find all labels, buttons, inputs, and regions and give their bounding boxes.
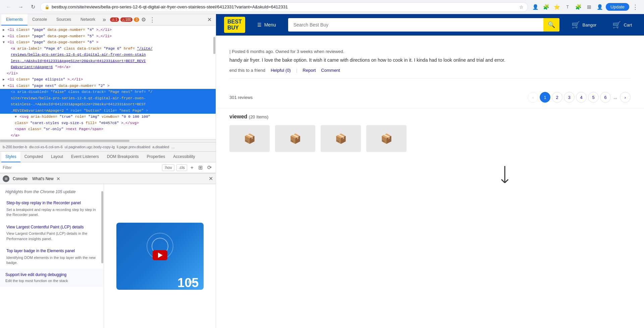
prev-page-button[interactable]: ‹ — [528, 92, 538, 103]
settings-button[interactable]: ⚙ — [139, 16, 148, 23]
product-card[interactable]: 📦 — [321, 125, 361, 155]
console-panel-close-button[interactable]: ✕ — [209, 175, 213, 182]
dom-line-selected[interactable]: stainless-…=A&skuId=6412331&pageSize=20&… — [0, 101, 216, 108]
page-2-button[interactable]: 2 — [552, 92, 562, 103]
refresh-icon[interactable]: ⟳ — [206, 164, 213, 171]
more-tabs-button[interactable]: » — [100, 16, 109, 23]
list-item[interactable]: Support live edit during debugging Edit … — [0, 269, 104, 287]
dom-line-selected[interactable]: <a aria-disabled= "false" class data-tra… — [0, 89, 216, 95]
tab-accessibility[interactable]: Accessibility — [169, 152, 199, 162]
chrome-menu-icon[interactable]: ⋮ — [631, 2, 640, 12]
product-card[interactable]: 📦 — [366, 125, 407, 155]
translate-icon[interactable]: T — [563, 2, 572, 12]
tab-elements[interactable]: Elements — [1, 14, 28, 25]
dom-vertical-scrollbar[interactable] — [213, 25, 216, 139]
horizontal-scrollbar[interactable] — [0, 140, 216, 142]
address-bar[interactable]: 🔒 bestbuy.com/site/reviews/bella-pro-ser… — [40, 2, 528, 12]
tab-event-listeners[interactable]: Event Listeners — [67, 152, 103, 162]
whatsnew-tab-label: What's New — [32, 176, 54, 181]
breadcrumb-item[interactable]: b-200.border-b — [3, 145, 27, 149]
extensions-icon[interactable]: 🧩 — [574, 2, 583, 12]
list-item[interactable]: Step-by-step replay in the Recorder pane… — [0, 197, 104, 221]
list-item[interactable]: Top layer badge in the Elements panel Id… — [0, 245, 104, 269]
warning-badge: △ 1 100 — [120, 17, 133, 22]
dom-line: EW&variant=A&page=6 ">6</a> — [0, 64, 216, 70]
expand-icon[interactable]: ▶ — [3, 35, 5, 38]
also-viewed-section: viewed (20 Items) 📦 📦 — [216, 108, 644, 160]
breadcrumb-item[interactable]: li.page.prev.disabled — [117, 145, 150, 149]
tab-properties[interactable]: Properties — [143, 152, 169, 162]
forward-button[interactable]: → — [16, 2, 25, 12]
grid-icon[interactable]: ⊞ — [584, 2, 594, 12]
breadcrumb-more[interactable]: … — [171, 145, 175, 149]
page-1-button[interactable]: 1 — [540, 92, 550, 103]
tab-styles[interactable]: Styles — [1, 152, 20, 162]
update-button[interactable]: Update — [606, 3, 629, 11]
person-icon[interactable]: 👤 — [595, 2, 604, 12]
layout-icon[interactable]: ⊞ — [197, 164, 204, 171]
bestbuy-logo[interactable]: BEST BUY — [224, 17, 245, 33]
cart-button[interactable]: 🛒 Cart — [608, 18, 636, 32]
list-scrollbar[interactable] — [101, 184, 104, 328]
list-scroll-thumb[interactable] — [101, 191, 103, 263]
report-button[interactable]: Report — [303, 68, 316, 73]
account-button[interactable]: 🛒 Bangor — [568, 18, 601, 32]
tab-dom-breakpoints[interactable]: DOM Breakpoints — [103, 152, 143, 162]
send-friend-link[interactable]: end this to a friend — [229, 68, 265, 73]
breadcrumb-item[interactable]: ul.pagination.ugc.body-copy-lg — [65, 145, 115, 149]
menu-button[interactable]: ☰ Menu — [253, 19, 280, 30]
collapse-icon[interactable]: ▼ — [3, 41, 5, 44]
page-6-button[interactable]: 6 — [600, 92, 611, 103]
console-tab-icon[interactable]: ⊞ — [3, 175, 9, 182]
comment-button[interactable]: Comment — [321, 68, 340, 73]
devtools-menu-button[interactable]: ⋮ — [148, 16, 157, 23]
product-card[interactable]: 📦 — [229, 125, 270, 155]
collapse-icon[interactable]: ▼ — [3, 84, 5, 88]
reload-button[interactable]: ↻ — [28, 2, 38, 12]
video-thumbnail[interactable]: new 105 — [116, 223, 204, 290]
error-icon: ⚠ — [112, 18, 115, 21]
page-4-button[interactable]: 4 — [576, 92, 587, 103]
profile-icon[interactable]: 👤 — [531, 2, 540, 12]
expand-icon[interactable]: ▶ — [3, 28, 5, 32]
dom-line-selected[interactable]: _REVIEW&variant=A&page=2 " role= "button… — [0, 108, 216, 114]
tab-sources[interactable]: Sources — [52, 14, 76, 25]
dom-line-selected[interactable]: site/reviews/bella-pro-series-12-6-qt-di… — [0, 95, 216, 102]
extension-icon[interactable]: 🧩 — [541, 2, 551, 12]
bookmark-icon[interactable]: ⭐ — [552, 2, 561, 12]
breadcrumb-item[interactable]: a.disabled — [152, 145, 169, 149]
list-item[interactable]: View Largest Contentful Paint (LCP) deta… — [0, 221, 104, 245]
product-image: 📦 — [321, 125, 361, 152]
page-3-button[interactable]: 3 — [564, 92, 575, 103]
collapse-icon[interactable]: ▼ — [15, 115, 17, 119]
helpful-button[interactable]: Helpful (0) — [271, 68, 291, 73]
h-scroll-thumb[interactable] — [0, 140, 129, 142]
search-button[interactable]: 🔍 — [543, 18, 559, 32]
product-image: 📦 — [275, 125, 315, 152]
website-content[interactable]: | Posted 6 months ago. Owned for 3 weeks… — [216, 36, 644, 328]
back-button[interactable]: ← — [4, 2, 13, 12]
tab-console[interactable]: Console — [28, 14, 52, 25]
console-tab-label[interactable]: Console — [11, 176, 30, 181]
next-page-button[interactable]: › — [620, 92, 631, 103]
expand-icon[interactable]: ▶ — [3, 78, 5, 81]
tab-network[interactable]: Network — [76, 14, 100, 25]
star-icon[interactable]: ☆ — [519, 4, 524, 10]
dom-tree-scroll[interactable]: ▶ <li class= "page" data-page-number= "4… — [0, 25, 216, 139]
add-style-button[interactable]: + — [189, 164, 195, 171]
filter-input[interactable] — [3, 165, 160, 170]
breadcrumb-item[interactable]: div.col-xs-6.col-sm-6 — [29, 145, 63, 149]
whatsnew-close-button[interactable]: ✕ — [55, 176, 62, 181]
play-button[interactable] — [153, 250, 167, 260]
dom-scroll-thumb[interactable] — [213, 37, 215, 54]
tab-layout[interactable]: Layout — [47, 152, 67, 162]
hover-filter-button[interactable]: :hov — [162, 164, 174, 171]
main-container: Elements Console Sources Network » ⚠ 1 △… — [0, 14, 644, 328]
cls-filter-button[interactable]: .cls — [176, 164, 187, 171]
search-input[interactable] — [288, 18, 543, 32]
devtools-close-button[interactable]: ✕ — [205, 16, 214, 23]
page-5-button[interactable]: 5 — [588, 92, 599, 103]
tab-computed[interactable]: Computed — [20, 152, 47, 162]
whatsnew-tab[interactable]: What's New ✕ — [32, 176, 62, 181]
product-card[interactable]: 📦 — [275, 125, 315, 155]
